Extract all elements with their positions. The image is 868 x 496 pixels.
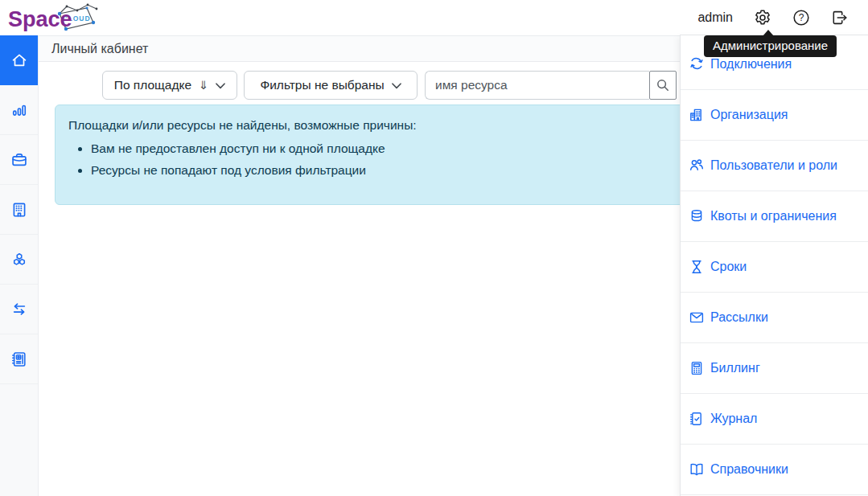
cubes-icon <box>10 251 28 268</box>
magnifier-icon <box>656 78 670 92</box>
sort-direction-arrow: ⇓ <box>199 79 208 92</box>
menu-item-label: Биллинг <box>710 361 760 375</box>
help-button[interactable]: ? <box>792 9 810 27</box>
menu-item-label: Сроки <box>710 260 747 274</box>
book-icon <box>689 461 705 478</box>
logout-button[interactable] <box>831 9 849 27</box>
search-input[interactable] <box>425 71 649 100</box>
menu-item-mailings[interactable]: Рассылки <box>681 293 868 343</box>
chevron-down-icon <box>216 83 225 89</box>
logo[interactable]: CLOUD Space <box>6 2 105 33</box>
menu-item-billing[interactable]: Биллинг <box>681 343 868 394</box>
organization-icon <box>689 107 705 123</box>
search <box>425 71 677 100</box>
sidebar-item-sites[interactable] <box>0 185 38 235</box>
stats-icon <box>10 101 28 119</box>
help-icon: ? <box>792 9 810 27</box>
briefcase-icon <box>10 151 28 169</box>
sidebar-item-projects[interactable] <box>0 135 38 185</box>
users-icon <box>689 158 705 174</box>
sort-dropdown[interactable]: По площадке ⇓ <box>102 71 237 100</box>
contacts-icon <box>10 350 28 368</box>
topbar: CLOUD Space admin ? <box>0 0 868 35</box>
sidebar-item-contacts[interactable] <box>0 334 38 384</box>
sidebar-item-home[interactable] <box>0 35 38 85</box>
search-button[interactable] <box>649 71 677 100</box>
menu-item-label: Журнал <box>710 412 757 426</box>
building-icon <box>10 201 28 219</box>
hourglass-icon <box>689 259 705 275</box>
menu-item-directories[interactable]: Справочники <box>681 445 868 495</box>
chevron-down-icon <box>392 83 401 89</box>
space-cloud-logo-icon: CLOUD Space <box>6 2 105 33</box>
filters-dropdown[interactable]: Фильтры не выбраны <box>244 71 418 100</box>
menu-item-label: Организация <box>710 108 788 122</box>
admin-tooltip: Администрирование <box>704 35 837 57</box>
sidebar-item-stats[interactable] <box>0 85 38 135</box>
menu-item-deadlines[interactable]: Сроки <box>681 242 868 293</box>
sort-dropdown-label: По площадке <box>114 78 191 92</box>
menu-item-organization[interactable]: Организация <box>681 90 868 141</box>
sync-icon <box>689 56 705 72</box>
database-icon <box>689 208 705 224</box>
transfer-icon <box>10 301 28 318</box>
menu-item-journal[interactable]: Журнал <box>681 394 868 445</box>
journal-icon <box>689 411 705 427</box>
sidebar-item-transfers[interactable] <box>0 285 38 334</box>
admin-menu: Подключения Организация Пользователи и р… <box>680 35 868 496</box>
sidebar <box>0 35 39 496</box>
menu-item-users-roles[interactable]: Пользователи и роли <box>681 141 868 191</box>
svg-text:?: ? <box>799 12 804 23</box>
settings-button[interactable] <box>754 9 771 27</box>
menu-item-label: Подключения <box>710 57 792 72</box>
mail-icon <box>689 309 705 326</box>
page-title: Личный кабинет <box>51 42 148 56</box>
gear-icon <box>754 9 771 27</box>
calculator-icon <box>689 360 705 376</box>
menu-item-label: Квоты и ограничения <box>710 209 837 223</box>
username[interactable]: admin <box>697 10 733 25</box>
logo-brand-text: Space <box>8 7 72 31</box>
home-icon <box>10 51 28 69</box>
menu-item-label: Рассылки <box>710 310 768 325</box>
topbar-actions: admin ? <box>697 9 849 27</box>
logout-icon <box>831 9 849 27</box>
menu-item-label: Справочники <box>710 462 788 477</box>
filters-dropdown-label: Фильтры не выбраны <box>260 78 384 92</box>
sidebar-item-resources[interactable] <box>0 235 38 285</box>
menu-item-label: Пользователи и роли <box>710 158 837 173</box>
menu-item-quotas[interactable]: Квоты и ограничения <box>681 191 868 242</box>
